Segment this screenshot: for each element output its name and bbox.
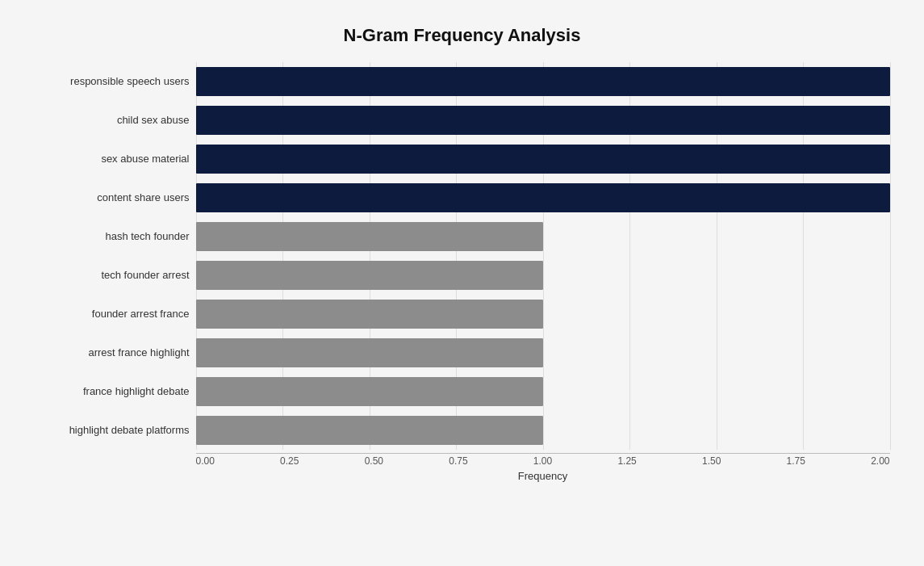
x-tick-6: 1.50 <box>702 455 721 467</box>
bar-4 <box>196 222 543 251</box>
x-tick-5: 1.25 <box>617 455 636 467</box>
y-label-7: arrest france highlight <box>35 333 196 372</box>
bars-wrapper: responsible speech userschild sex abuses… <box>35 62 890 450</box>
x-tick-0: 0.00 <box>196 455 215 467</box>
bar-8 <box>196 377 543 406</box>
x-axis-title: Frequency <box>196 470 890 482</box>
x-tick-8: 2.00 <box>871 455 889 467</box>
chart-area: responsible speech userschild sex abuses… <box>35 62 890 482</box>
chart-container: N-Gram Frequency Analysis responsible sp… <box>19 9 906 558</box>
x-ticks: 0.000.250.500.751.001.251.501.752.00 Fre… <box>196 453 890 482</box>
chart-title: N-Gram Frequency Analysis <box>35 25 890 46</box>
y-label-9: highlight debate platforms <box>35 411 196 450</box>
bar-5 <box>196 261 543 290</box>
bar-row <box>196 372 890 411</box>
y-label-0: responsible speech users <box>35 62 196 101</box>
x-tick-2: 0.50 <box>365 455 383 467</box>
bar-6 <box>196 300 543 329</box>
bar-row <box>196 178 890 217</box>
y-label-5: tech founder arrest <box>35 256 196 295</box>
x-axis: 0.000.250.500.751.001.251.501.752.00 Fre… <box>35 453 890 482</box>
bar-row <box>196 256 890 295</box>
bar-row <box>196 62 890 101</box>
y-label-4: hash tech founder <box>35 217 196 256</box>
bar-7 <box>196 338 543 367</box>
bar-0 <box>196 67 890 96</box>
y-label-2: sex abuse material <box>35 140 196 178</box>
bar-row <box>196 411 890 450</box>
bar-row <box>196 333 890 372</box>
bar-9 <box>196 416 543 445</box>
y-label-8: france highlight debate <box>35 372 196 411</box>
bar-3 <box>196 183 890 212</box>
y-label-1: child sex abuse <box>35 101 196 140</box>
x-tick-3: 0.75 <box>449 455 467 467</box>
y-label-3: content share users <box>35 178 196 217</box>
x-tick-7: 1.75 <box>787 455 805 467</box>
x-tick-1: 0.25 <box>280 455 299 467</box>
bars-and-grid <box>196 62 890 450</box>
bar-row <box>196 140 890 178</box>
y-labels: responsible speech userschild sex abuses… <box>35 62 196 450</box>
y-label-6: founder arrest france <box>35 295 196 333</box>
x-tick-4: 1.00 <box>533 455 552 467</box>
grid-line-8 <box>890 62 891 450</box>
bar-1 <box>196 106 890 135</box>
bar-row <box>196 295 890 333</box>
bar-row <box>196 217 890 256</box>
bar-2 <box>196 145 890 174</box>
bar-row <box>196 101 890 140</box>
